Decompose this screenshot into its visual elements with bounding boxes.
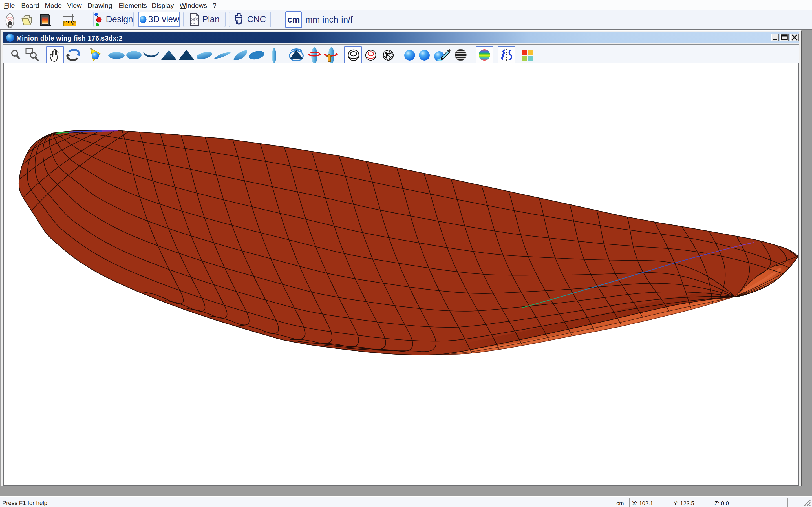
svg-text:0: 0: [72, 22, 74, 25]
svg-text:1: 1: [66, 22, 68, 25]
